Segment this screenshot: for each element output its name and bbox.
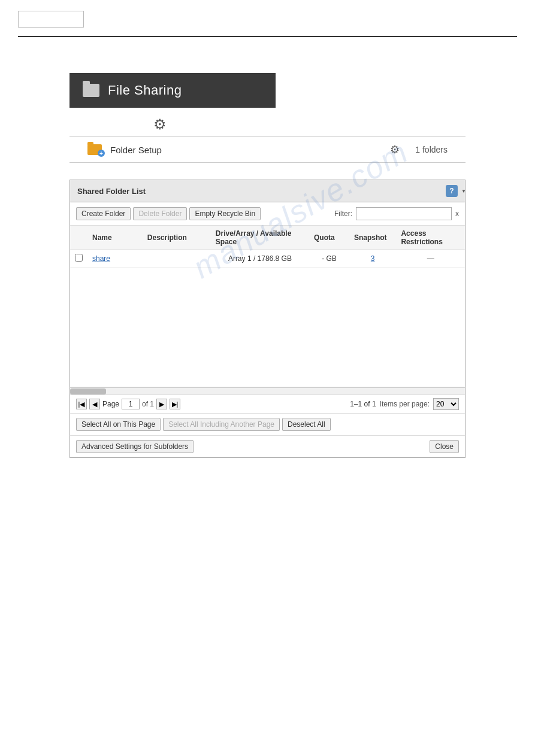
file-sharing-title: File Sharing bbox=[108, 83, 182, 98]
row-description-cell bbox=[143, 250, 211, 268]
pagination-row: |◀ ◀ Page of 1 ▶ ▶| 1–1 of 1 Items per p… bbox=[70, 394, 465, 413]
gear-center: ⚙ bbox=[69, 116, 466, 133]
last-page-button[interactable]: ▶| bbox=[170, 399, 180, 409]
row-name-cell: share bbox=[87, 250, 143, 268]
filter-input[interactable] bbox=[356, 207, 452, 220]
col-checkbox bbox=[70, 226, 87, 250]
col-drive-array: Drive/Array / Available Space bbox=[211, 226, 309, 250]
row-quota-cell: - GB bbox=[309, 250, 349, 268]
top-bar bbox=[0, 0, 535, 28]
folder-setup-row[interactable]: + Folder Setup ⚙ 1 folders bbox=[69, 136, 466, 163]
select-all-including-another-page-button[interactable]: Select All Including Another Page bbox=[163, 418, 280, 431]
top-divider bbox=[18, 36, 517, 37]
horizontal-scrollbar[interactable] bbox=[70, 387, 465, 394]
delete-folder-button[interactable]: Delete Folder bbox=[133, 207, 187, 220]
row-snapshot-cell: 3 bbox=[349, 250, 397, 268]
items-per-page-label: Items per page: bbox=[380, 400, 430, 408]
table-header-row: Name Description Drive/Array / Available… bbox=[70, 226, 465, 250]
first-page-button[interactable]: |◀ bbox=[76, 399, 87, 409]
filter-label: Filter: bbox=[334, 210, 352, 218]
folder-icon-big bbox=[83, 84, 99, 97]
table-empty-rows bbox=[70, 268, 465, 387]
pagination-right: 1–1 of 1 Items per page: 20 50 100 bbox=[350, 398, 459, 410]
select-all-on-this-page-button[interactable]: Select All on This Page bbox=[76, 418, 161, 431]
col-snapshot: Snapshot bbox=[349, 226, 397, 250]
row-drive-cell: Array 1 / 1786.8 GB bbox=[211, 250, 309, 268]
panel-bottom-row: Select All on This Page Select All Inclu… bbox=[70, 413, 465, 435]
table-row: share Array 1 / 1786.8 GB - GB 3 — bbox=[70, 250, 465, 268]
folder-setup-icon: + bbox=[87, 144, 102, 155]
filter-area: Filter: x bbox=[334, 207, 459, 220]
panel-help-button[interactable]: ? bbox=[446, 185, 458, 197]
panel-toolbar: Create Folder Delete Folder Empty Recycl… bbox=[70, 202, 465, 226]
snapshot-link[interactable]: 3 bbox=[371, 254, 375, 263]
file-sharing-gear-icon: ⚙ bbox=[153, 116, 167, 132]
page-label: Page bbox=[102, 400, 119, 408]
close-button[interactable]: Close bbox=[430, 440, 459, 453]
filter-clear-button[interactable]: x bbox=[455, 210, 459, 218]
deselect-all-button[interactable]: Deselect All bbox=[282, 418, 331, 431]
items-per-page-select[interactable]: 20 50 100 bbox=[433, 398, 459, 410]
panel-title-bar: Shared Folder List ? bbox=[70, 180, 465, 202]
folder-setup-gear-icon[interactable]: ⚙ bbox=[390, 143, 400, 156]
col-description: Description bbox=[143, 226, 211, 250]
row-access-cell: — bbox=[396, 250, 465, 268]
prev-page-button[interactable]: ◀ bbox=[89, 399, 100, 409]
scroll-thumb[interactable] bbox=[70, 388, 106, 394]
folder-table: Name Description Drive/Array / Available… bbox=[70, 226, 465, 387]
folder-plus-badge: + bbox=[98, 150, 105, 157]
row-checkbox-cell bbox=[70, 250, 87, 268]
row-checkbox[interactable] bbox=[75, 254, 83, 262]
panel-title: Shared Folder List bbox=[77, 187, 146, 196]
top-input[interactable] bbox=[18, 11, 84, 28]
col-access-restrictions: Access Restrictions bbox=[396, 226, 465, 250]
empty-recycle-bin-button[interactable]: Empty Recycle Bin bbox=[189, 207, 261, 220]
page-input[interactable] bbox=[122, 399, 140, 409]
shared-folder-list-panel: Shared Folder List ? Create Folder Delet… bbox=[69, 180, 466, 458]
file-sharing-header: File Sharing bbox=[69, 73, 276, 108]
count-label: 1–1 of 1 bbox=[350, 400, 376, 408]
folder-setup-label: Folder Setup bbox=[110, 145, 382, 155]
page-of: of 1 bbox=[142, 400, 154, 408]
col-quota: Quota bbox=[309, 226, 349, 250]
folder-count: 1 folders bbox=[415, 145, 448, 154]
create-folder-button[interactable]: Create Folder bbox=[76, 207, 131, 220]
col-name: Name bbox=[87, 226, 143, 250]
next-page-button[interactable]: ▶ bbox=[156, 399, 167, 409]
share-link[interactable]: share bbox=[92, 254, 110, 263]
panel-action-row: Advanced Settings for Subfolders Close bbox=[70, 435, 465, 457]
advanced-settings-for-subfolders-button[interactable]: Advanced Settings for Subfolders bbox=[76, 440, 194, 453]
